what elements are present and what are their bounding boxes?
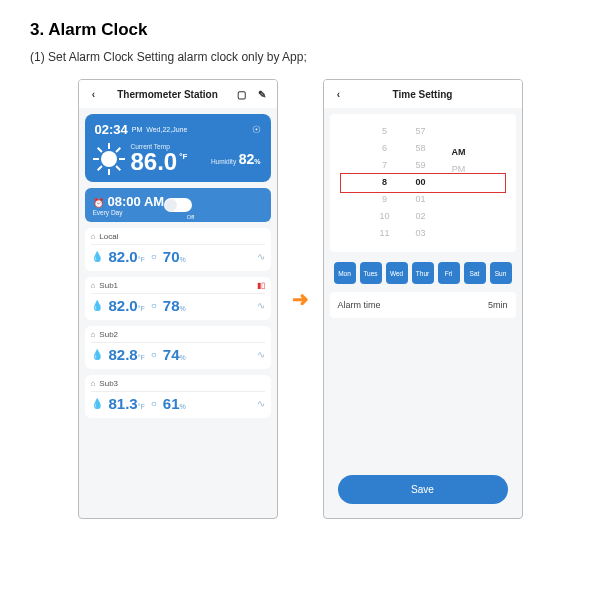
- picker-value[interactable]: 5: [382, 126, 387, 136]
- sensor-body: 💧 82.0°F ○ 78% ∿: [91, 297, 265, 314]
- temp-drop-icon: 💧: [91, 300, 103, 311]
- day-button[interactable]: Thur: [412, 262, 434, 284]
- picker-value[interactable]: 7: [382, 160, 387, 170]
- sensor-icon: ⌂: [91, 232, 96, 241]
- picker-value[interactable]: AM: [452, 147, 466, 157]
- sensor-icon: ⌂: [91, 330, 96, 339]
- sensor-card[interactable]: ⌂Sub1▮▯ 💧 82.0°F ○ 78% ∿: [85, 277, 271, 320]
- temp-number: 86.0: [131, 150, 178, 174]
- edit-icon[interactable]: ✎: [255, 89, 269, 100]
- phone-time-setting: ‹ Time Setting 567891011 57585900010203 …: [323, 79, 523, 519]
- picker-value[interactable]: 00: [416, 177, 426, 187]
- chart-icon[interactable]: ∿: [257, 398, 265, 409]
- sensor-head: ⌂Sub1▮▯: [91, 281, 265, 294]
- day-button[interactable]: Fri: [438, 262, 460, 284]
- sensor-icon: ⌂: [91, 379, 96, 388]
- hero-ampm: PM: [132, 126, 143, 133]
- phone-thermometer: ‹ Thermometer Station ▢ ✎ 02:34 PM Wed,2…: [78, 79, 278, 519]
- hero-card: 02:34 PM Wed,22,June ☉ Current Temp 86.0…: [85, 114, 271, 182]
- picker-value[interactable]: 03: [416, 228, 426, 238]
- location-icon[interactable]: ☉: [252, 124, 261, 135]
- temp-drop-icon: 💧: [91, 398, 103, 409]
- picker-value[interactable]: 58: [416, 143, 426, 153]
- hum-drop-icon: ○: [151, 398, 157, 409]
- day-button[interactable]: Sun: [490, 262, 512, 284]
- picker-value[interactable]: 8: [382, 177, 387, 187]
- temp-drop-icon: 💧: [91, 349, 103, 360]
- alarm-strip[interactable]: ⏰08:00 AM Every Day Off: [85, 188, 271, 222]
- back-icon[interactable]: ‹: [332, 89, 346, 100]
- temp-value: 86.0 °F: [131, 150, 188, 174]
- picker-value[interactable]: 11: [379, 228, 389, 238]
- sensor-card[interactable]: ⌂Local 💧 82.0°F ○ 70% ∿: [85, 228, 271, 271]
- back-icon[interactable]: ‹: [87, 89, 101, 100]
- sensor-card[interactable]: ⌂Sub2 💧 82.8°F ○ 74% ∿: [85, 326, 271, 369]
- picker-value[interactable]: 57: [416, 126, 426, 136]
- picker-hours[interactable]: 567891011: [379, 126, 389, 238]
- chart-icon[interactable]: ∿: [257, 251, 265, 262]
- sensor-list[interactable]: ⌂Local 💧 82.0°F ○ 70% ∿ ⌂Sub1▮▯ 💧 82.0°F…: [79, 228, 277, 518]
- sun-icon: [95, 145, 123, 173]
- day-button[interactable]: Tues: [360, 262, 382, 284]
- sensor-body: 💧 82.8°F ○ 74% ∿: [91, 346, 265, 363]
- alarm-left: ⏰08:00 AM Every Day: [93, 194, 165, 216]
- alarm-toggle[interactable]: [164, 198, 192, 212]
- day-selector: MonTuesWedThurFriSatSun: [332, 262, 514, 284]
- humidity-value: 82%: [239, 151, 261, 167]
- low-battery-icon: ▮▯: [257, 281, 265, 290]
- section-title: 3. Alarm Clock: [30, 20, 570, 40]
- section-number: 3.: [30, 20, 44, 39]
- sensor-card[interactable]: ⌂Sub3 💧 81.3°F ○ 61% ∿: [85, 375, 271, 418]
- alarm-duration-value: 5min: [488, 300, 508, 310]
- picker-value[interactable]: 6: [382, 143, 387, 153]
- phone1-title: Thermometer Station: [107, 89, 229, 100]
- phone2-title: Time Setting: [352, 89, 494, 100]
- picker-value[interactable]: PM: [452, 164, 466, 174]
- picker-ampm[interactable]: AMPM: [452, 126, 466, 238]
- sensor-icon: ⌂: [91, 281, 96, 290]
- section-name: Alarm Clock: [48, 20, 147, 39]
- sensor-name: Sub3: [99, 379, 118, 388]
- picker-value[interactable]: 59: [416, 160, 426, 170]
- time-picker[interactable]: 567891011 57585900010203 AMPM: [330, 114, 516, 252]
- hero-top: 02:34 PM Wed,22,June ☉: [95, 122, 261, 137]
- picker-value[interactable]: 9: [382, 194, 387, 204]
- section-subtitle: (1) Set Alarm Clock Setting alarm clock …: [30, 50, 570, 64]
- sensor-body: 💧 81.3°F ○ 61% ∿: [91, 395, 265, 412]
- chart-icon[interactable]: ∿: [257, 300, 265, 311]
- hum-drop-icon: ○: [151, 349, 157, 360]
- sensor-head: ⌂Sub2: [91, 330, 265, 343]
- humidity-block: Humidity 82%: [211, 151, 261, 167]
- alarm-time: 08:00 AM: [108, 194, 165, 209]
- save-button[interactable]: Save: [338, 475, 508, 504]
- picker-value[interactable]: 01: [416, 194, 426, 204]
- phone1-header: ‹ Thermometer Station ▢ ✎: [79, 80, 277, 108]
- temp-block: Current Temp 86.0 °F: [131, 143, 188, 174]
- sensor-hum: 74%: [163, 346, 186, 363]
- arrow-icon: ➜: [292, 287, 309, 311]
- sensor-temp: 82.0°F: [109, 297, 145, 314]
- day-button[interactable]: Sat: [464, 262, 486, 284]
- temp-unit: °F: [179, 153, 187, 161]
- picker-value[interactable]: 10: [379, 211, 389, 221]
- picker-minutes[interactable]: 57585900010203: [416, 126, 426, 238]
- humidity-unit: %: [254, 158, 260, 165]
- alarm-duration-row[interactable]: Alarm time 5min: [330, 292, 516, 318]
- chart-icon[interactable]: ∿: [257, 349, 265, 360]
- sensor-hum: 78%: [163, 297, 186, 314]
- hero-body: Current Temp 86.0 °F Humidity 82%: [95, 143, 261, 174]
- day-button[interactable]: Wed: [386, 262, 408, 284]
- hero-time: 02:34: [95, 122, 128, 137]
- day-button[interactable]: Mon: [334, 262, 356, 284]
- humidity-number: 82: [239, 151, 255, 167]
- sensor-name: Sub2: [99, 330, 118, 339]
- sensor-temp: 82.8°F: [109, 346, 145, 363]
- picker-value[interactable]: 02: [416, 211, 426, 221]
- spacer: [324, 318, 522, 465]
- phone2-header: ‹ Time Setting: [324, 80, 522, 108]
- sensor-temp: 82.0°F: [109, 248, 145, 265]
- hum-drop-icon: ○: [151, 251, 157, 262]
- humidity-label: Humidity: [211, 158, 236, 165]
- alarm-time-row: ⏰08:00 AM: [93, 194, 165, 209]
- layers-icon[interactable]: ▢: [235, 89, 249, 100]
